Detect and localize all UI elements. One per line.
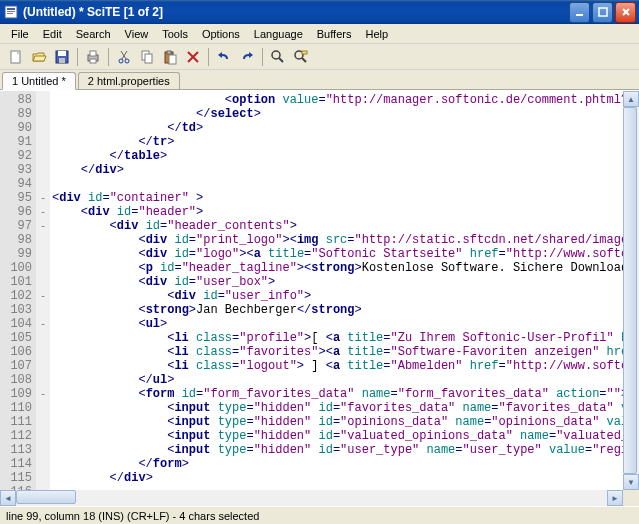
svg-rect-1: [7, 8, 15, 10]
svg-rect-5: [599, 8, 607, 16]
svg-point-19: [125, 59, 129, 63]
statusbar: line 99, column 18 (INS) (CR+LF) - 4 cha…: [0, 506, 639, 524]
status-text: line 99, column 18 (INS) (CR+LF) - 4 cha…: [6, 510, 259, 522]
tab-html-properties[interactable]: 2 html.properties: [78, 72, 180, 89]
svg-line-16: [121, 51, 126, 59]
menu-tools[interactable]: Tools: [155, 26, 195, 42]
scroll-left-button[interactable]: ◄: [0, 490, 16, 506]
menu-options[interactable]: Options: [195, 26, 247, 42]
svg-rect-23: [167, 51, 171, 54]
new-button[interactable]: [6, 47, 26, 67]
copy-button[interactable]: [137, 47, 157, 67]
maximize-button[interactable]: [592, 2, 613, 23]
cut-button[interactable]: [114, 47, 134, 67]
svg-rect-31: [302, 51, 307, 54]
open-button[interactable]: [29, 47, 49, 67]
svg-rect-24: [169, 55, 176, 64]
app-icon: [3, 4, 19, 20]
window-title: (Untitled) * SciTE [1 of 2]: [23, 5, 569, 19]
menu-view[interactable]: View: [118, 26, 156, 42]
menubar: File Edit Search View Tools Options Lang…: [0, 24, 639, 44]
svg-rect-11: [58, 51, 66, 56]
menu-buffers[interactable]: Buffers: [310, 26, 359, 42]
undo-button[interactable]: [214, 47, 234, 67]
code-area[interactable]: <option value="http://manager.softonic.d…: [50, 91, 623, 490]
scroll-down-button[interactable]: ▼: [623, 474, 639, 490]
horizontal-scrollbar[interactable]: ◄ ►: [0, 490, 639, 506]
toolbar-separator: [262, 48, 263, 66]
svg-point-27: [272, 51, 280, 59]
print-button[interactable]: [83, 47, 103, 67]
editor: 8889909192939495969798991001011021031041…: [0, 90, 639, 490]
scroll-thumb[interactable]: [623, 107, 637, 474]
svg-rect-15: [90, 59, 96, 63]
tabbar: 1 Untitled * 2 html.properties: [0, 70, 639, 90]
scroll-corner: [623, 490, 639, 506]
vertical-scrollbar[interactable]: ▲ ▼: [623, 91, 639, 490]
redo-button[interactable]: [237, 47, 257, 67]
svg-line-28: [279, 58, 283, 62]
line-number-gutter: 8889909192939495969798991001011021031041…: [0, 91, 36, 490]
close-button[interactable]: [615, 2, 636, 23]
menu-file[interactable]: File: [4, 26, 36, 42]
titlebar: (Untitled) * SciTE [1 of 2]: [0, 0, 639, 24]
menu-edit[interactable]: Edit: [36, 26, 69, 42]
svg-line-17: [122, 51, 127, 59]
svg-rect-2: [7, 11, 15, 12]
toolbar-separator: [208, 48, 209, 66]
minimize-button[interactable]: [569, 2, 590, 23]
svg-rect-12: [59, 58, 65, 63]
toolbar: [0, 44, 639, 70]
svg-rect-21: [145, 54, 152, 63]
paste-button[interactable]: [160, 47, 180, 67]
svg-line-30: [302, 58, 306, 62]
menu-help[interactable]: Help: [358, 26, 395, 42]
svg-rect-4: [576, 14, 583, 16]
svg-point-18: [119, 59, 123, 63]
scroll-thumb[interactable]: [16, 490, 76, 504]
scroll-up-button[interactable]: ▲: [623, 91, 639, 107]
fold-margin[interactable]: --- - - - -: [36, 91, 50, 490]
svg-rect-3: [7, 13, 13, 14]
menu-search[interactable]: Search: [69, 26, 118, 42]
scroll-right-button[interactable]: ►: [607, 490, 623, 506]
find-button[interactable]: [268, 47, 288, 67]
toolbar-separator: [108, 48, 109, 66]
menu-language[interactable]: Language: [247, 26, 310, 42]
delete-button[interactable]: [183, 47, 203, 67]
toolbar-separator: [77, 48, 78, 66]
svg-rect-14: [90, 51, 96, 56]
save-button[interactable]: [52, 47, 72, 67]
replace-button[interactable]: [291, 47, 311, 67]
tab-untitled[interactable]: 1 Untitled *: [2, 72, 76, 90]
